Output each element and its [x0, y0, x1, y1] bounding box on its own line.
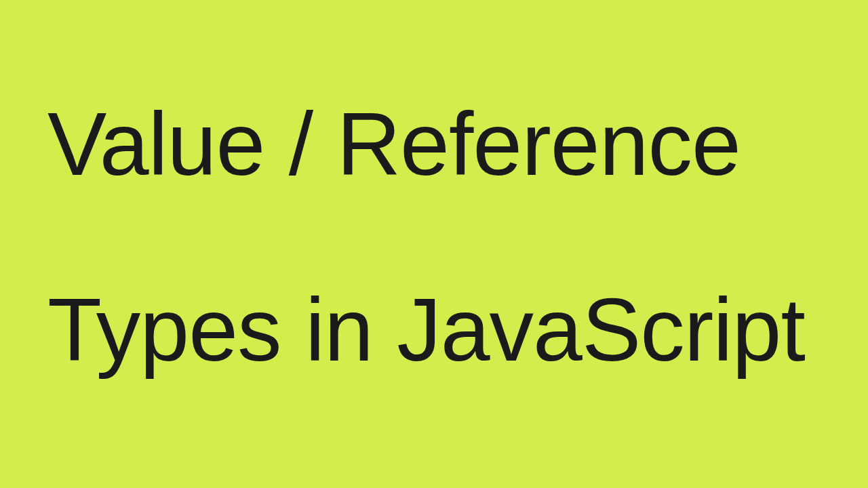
title-line-1: Value / Reference: [47, 96, 868, 193]
title-line-2: Types in JavaScript: [47, 281, 868, 379]
